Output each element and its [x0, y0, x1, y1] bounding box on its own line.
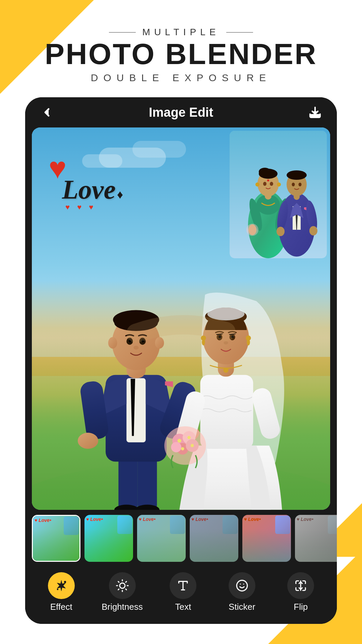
svg-point-12	[277, 182, 281, 186]
download-button[interactable]	[307, 104, 323, 121]
svg-point-49	[155, 337, 164, 348]
svg-point-8	[263, 182, 266, 186]
effect-icon-circle	[48, 572, 75, 599]
sticker-label: Sticker	[229, 602, 255, 612]
back-button[interactable]	[39, 104, 55, 121]
tool-flip[interactable]: Flip	[282, 572, 319, 612]
svg-point-17	[246, 224, 258, 236]
tool-brightness[interactable]: Brightness	[102, 572, 143, 612]
svg-point-83	[177, 439, 181, 443]
svg-point-26	[292, 183, 295, 186]
svg-point-88	[57, 588, 58, 590]
love-dots-decoration: ♥ ♥ ♥	[65, 203, 96, 212]
cloud-3	[132, 141, 186, 158]
mini-love-3: ♥ Love•	[139, 517, 156, 522]
top-bar: Image Edit	[25, 97, 337, 127]
svg-rect-35	[138, 455, 157, 510]
svg-point-9	[270, 182, 273, 186]
bottom-toolbar: Effect Brightness	[25, 567, 337, 624]
mini-couple-bottom-2	[84, 529, 133, 562]
svg-point-69	[223, 368, 228, 373]
mini-couple-bottom-1	[33, 529, 79, 561]
svg-point-11	[255, 182, 259, 186]
svg-point-100	[237, 580, 247, 591]
svg-point-85	[181, 447, 184, 450]
love-bullet-icon: ♦	[117, 187, 123, 202]
tool-text[interactable]: Text	[165, 572, 201, 612]
svg-point-25	[287, 170, 307, 180]
svg-line-96	[118, 589, 119, 590]
love-heart-icon: ♥	[49, 151, 66, 185]
svg-point-32	[309, 226, 317, 235]
svg-point-31	[277, 227, 285, 236]
svg-rect-34	[118, 455, 137, 510]
mini-couple-bottom-5	[242, 529, 291, 562]
mini-love-2: ♥ Love•	[86, 517, 103, 522]
phone-frame: Image Edit ♥	[25, 97, 337, 624]
svg-point-86	[191, 444, 194, 447]
mini-couple-bottom-4	[190, 529, 238, 562]
effect-label: Effect	[50, 602, 72, 612]
flip-icon-circle	[287, 572, 314, 599]
tool-effect[interactable]: Effect	[43, 572, 80, 612]
svg-point-7	[259, 168, 271, 176]
svg-point-89	[120, 583, 125, 588]
love-script-text: Love	[62, 174, 116, 205]
svg-point-27	[299, 183, 302, 186]
thumbnail-4[interactable]: ♥ Love•	[190, 515, 238, 562]
svg-point-68	[247, 339, 250, 345]
svg-point-48	[108, 337, 117, 348]
svg-point-87	[64, 581, 66, 583]
thumbnail-1[interactable]: ♥ Love•	[32, 515, 80, 562]
svg-point-57	[78, 433, 98, 449]
app-title-main: PHOTO BLENDER	[0, 39, 362, 69]
flip-label: Flip	[294, 602, 308, 612]
app-title-multiple: MULTIPLE	[0, 27, 362, 38]
thumbnail-5[interactable]: ♥ Love•	[242, 515, 291, 562]
svg-point-82	[171, 442, 181, 452]
sticker-icon-circle	[229, 572, 255, 599]
svg-line-92	[118, 581, 119, 582]
app-title-sub: DOUBLE EXPOSURE	[0, 72, 362, 84]
svg-point-67	[202, 339, 205, 345]
svg-line-93	[126, 589, 126, 590]
page-title: Image Edit	[149, 105, 213, 120]
mini-love-1: ♥ Love•	[35, 518, 51, 523]
app-header: MULTIPLE PHOTO BLENDER DOUBLE EXPOSURE	[0, 27, 362, 84]
text-icon-circle	[170, 572, 196, 599]
brightness-label: Brightness	[102, 602, 143, 612]
svg-point-54	[133, 346, 138, 350]
svg-point-74	[224, 341, 228, 345]
mini-love-5: ♥ Love•	[244, 517, 261, 522]
mini-couple-bottom-6	[295, 529, 337, 562]
photo-blend-area: ♥ Love ♦ ♥ ♥ ♥	[32, 127, 330, 510]
thumbnail-6[interactable]: ♥ Love•	[295, 515, 337, 562]
mini-couple-bottom-3	[137, 529, 186, 562]
svg-line-97	[126, 581, 126, 582]
mini-love-4: ♥ Love•	[191, 517, 208, 522]
tool-sticker[interactable]: Sticker	[224, 572, 260, 612]
filter-thumbnail-strip: ♥ Love• ♥ Love• ♥ Love• ♥ Love•	[25, 510, 337, 567]
love-text-overlay: ♥ Love ♦ ♥ ♥ ♥	[52, 161, 123, 205]
thumbnail-2[interactable]: ♥ Love•	[84, 515, 133, 562]
svg-rect-39	[126, 378, 145, 442]
image-canvas[interactable]: ♥ Love ♦ ♥ ♥ ♥	[32, 127, 330, 510]
svg-point-10	[267, 179, 269, 181]
brightness-icon-circle	[109, 572, 136, 599]
mini-love-6: ♥ Love•	[297, 517, 313, 522]
indian-couple-photo	[230, 131, 327, 258]
svg-point-84	[187, 436, 191, 439]
text-label: Text	[175, 602, 191, 612]
thumbnail-3[interactable]: ♥ Love•	[137, 515, 186, 562]
